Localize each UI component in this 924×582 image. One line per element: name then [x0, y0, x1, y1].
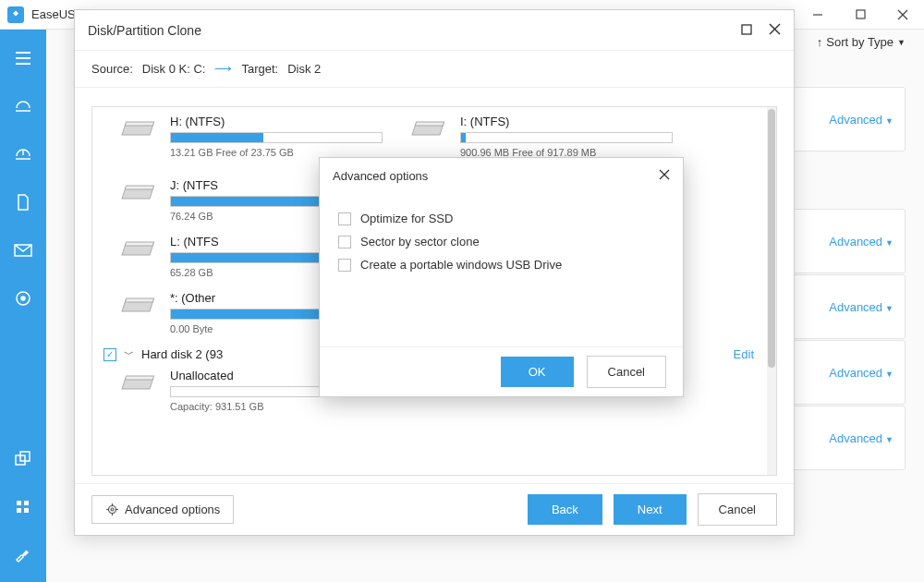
sidebar — [0, 30, 46, 582]
target-value: Disk 2 — [287, 62, 321, 76]
svg-point-40 — [111, 508, 114, 511]
back-button[interactable]: Back — [528, 494, 602, 525]
modal-cancel-button[interactable]: Cancel — [587, 356, 666, 388]
partition-sub: Capacity: 931.51 GB — [170, 401, 383, 412]
scrollbar[interactable] — [767, 107, 776, 475]
menu-icon[interactable] — [13, 48, 33, 68]
advanced-options-button[interactable]: Advanced options — [91, 495, 234, 524]
arrow-icon: ⟶ — [214, 62, 232, 76]
smart-backup-icon[interactable] — [13, 288, 33, 309]
dialog-header: Disk/Partition Clone — [75, 10, 794, 51]
file-backup-icon[interactable] — [13, 192, 33, 212]
sort-label: Sort by Type — [826, 35, 894, 49]
svg-rect-34 — [125, 242, 153, 246]
partition-h[interactable]: H: (NTFS) 13.21 GB Free of 23.75 GB — [120, 115, 383, 158]
option-optimize-ssd[interactable]: Optimize for SSD — [338, 212, 664, 225]
close-icon[interactable] — [881, 0, 924, 30]
svg-rect-17 — [24, 501, 29, 505]
source-value: Disk 0 K: C: — [142, 62, 206, 76]
partition-name: H: (NTFS) — [170, 115, 383, 128]
sort-arrow-icon: ↑ — [817, 35, 823, 49]
task-advanced[interactable]: Advanced▼ — [829, 431, 894, 445]
dialog-title: Disk/Partition Clone — [88, 23, 201, 38]
disk-backup-icon[interactable] — [13, 96, 33, 116]
scrollbar-thumb[interactable] — [768, 109, 775, 368]
usage-bar — [460, 132, 673, 143]
svg-point-13 — [21, 297, 25, 300]
clone-icon[interactable] — [13, 449, 33, 469]
svg-rect-38 — [125, 376, 153, 380]
next-button[interactable]: Next — [614, 494, 687, 525]
modal-close-icon[interactable] — [659, 169, 670, 183]
partition-i[interactable]: I: (NTFS) 900.96 MB Free of 917.89 MB — [410, 115, 673, 158]
dialog-maximize-icon[interactable] — [741, 22, 752, 39]
cancel-button[interactable]: Cancel — [698, 493, 777, 526]
checkbox[interactable] — [338, 212, 351, 225]
app-logo — [7, 6, 24, 23]
partition-name: I: (NTFS) — [460, 115, 673, 128]
task-advanced[interactable]: Advanced▼ — [829, 235, 894, 249]
svg-rect-36 — [125, 298, 153, 302]
gear-icon — [105, 503, 119, 516]
edit-link[interactable]: Edit — [734, 347, 754, 361]
source-label: Source: — [91, 62, 133, 76]
task-advanced[interactable]: Advanced▼ — [829, 113, 894, 127]
maximize-icon[interactable] — [839, 0, 881, 30]
ok-button[interactable]: OK — [501, 357, 574, 387]
chevron-down-icon[interactable]: ﹀ — [124, 347, 134, 361]
svg-rect-2 — [857, 10, 865, 18]
checkbox[interactable] — [338, 259, 351, 272]
chevron-down-icon: ▼ — [897, 38, 906, 47]
minimize-icon[interactable] — [796, 0, 839, 30]
svg-rect-32 — [125, 186, 153, 189]
advanced-options-modal: Advanced options Optimize for SSD Sector… — [319, 157, 684, 397]
mail-backup-icon[interactable] — [13, 240, 33, 261]
modal-header: Advanced options — [320, 158, 683, 193]
tools-icon[interactable] — [13, 497, 33, 517]
svg-rect-19 — [24, 508, 29, 513]
option-portable-usb[interactable]: Create a portable windows USB Drive — [338, 258, 664, 272]
checkbox[interactable] — [338, 236, 351, 249]
task-advanced[interactable]: Advanced▼ — [829, 300, 894, 314]
svg-rect-16 — [17, 501, 21, 505]
modal-body: Optimize for SSD Sector by sector clone … — [320, 193, 683, 290]
option-sector-clone[interactable]: Sector by sector clone — [338, 235, 664, 249]
target-label: Target: — [241, 62, 278, 76]
svg-rect-24 — [742, 25, 751, 34]
svg-rect-30 — [415, 122, 444, 126]
sort-by-type[interactable]: ↑ Sort by Type ▼ — [817, 35, 906, 49]
modal-title: Advanced options — [333, 169, 428, 183]
task-advanced[interactable]: Advanced▼ — [829, 366, 894, 380]
dialog-footer: Advanced options Back Next Cancel — [75, 483, 794, 535]
disk-checkbox[interactable]: ✓ — [103, 348, 116, 361]
system-backup-icon[interactable] — [13, 144, 33, 164]
settings-wrench-icon[interactable] — [13, 545, 33, 565]
modal-footer: OK Cancel — [320, 346, 683, 396]
svg-point-39 — [109, 506, 116, 514]
svg-rect-18 — [17, 508, 21, 513]
dialog-close-icon[interactable] — [769, 22, 781, 39]
usage-bar — [170, 132, 383, 143]
source-target-row: Source: Disk 0 K: C: ⟶ Target: Disk 2 — [75, 51, 794, 88]
svg-rect-28 — [125, 122, 153, 126]
disk-label: Hard disk 2 (93 — [141, 347, 223, 361]
